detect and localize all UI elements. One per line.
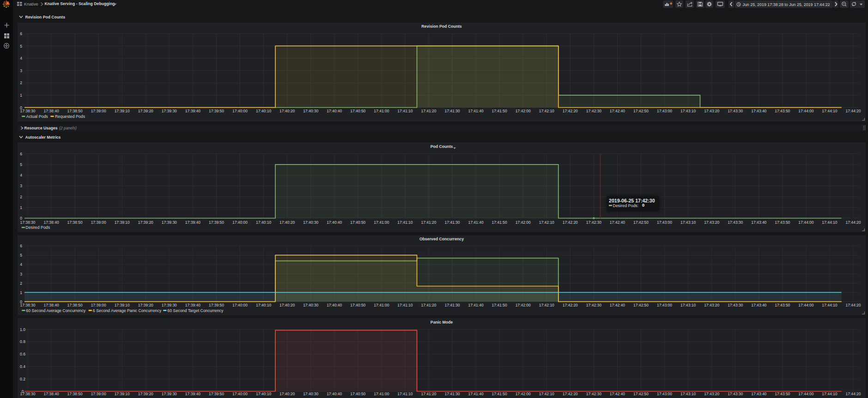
svg-text:17:43:10: 17:43:10 <box>680 303 696 307</box>
svg-text:17:41:50: 17:41:50 <box>492 109 507 113</box>
svg-text:17:40:30: 17:40:30 <box>303 109 318 113</box>
svg-text:17:41:50: 17:41:50 <box>492 303 507 307</box>
svg-text:17:39:30: 17:39:30 <box>162 220 177 225</box>
svg-text:17:41:00: 17:41:00 <box>374 303 389 307</box>
svg-text:17:40:10: 17:40:10 <box>256 303 271 307</box>
svg-text:17:41:20: 17:41:20 <box>421 220 436 225</box>
svg-text:Requested Pods: Requested Pods <box>55 114 85 119</box>
svg-text:17:39:20: 17:39:20 <box>138 109 153 113</box>
svg-text:17:44:00: 17:44:00 <box>798 303 813 307</box>
svg-text:17:39:50: 17:39:50 <box>209 109 224 113</box>
svg-text:17:38:50: 17:38:50 <box>67 303 83 307</box>
svg-text:17:42:40: 17:42:40 <box>610 109 625 113</box>
svg-text:Observed Concurrency: Observed Concurrency <box>419 237 464 241</box>
svg-text:17:43:20: 17:43:20 <box>704 220 719 225</box>
svg-text:17:40:40: 17:40:40 <box>327 220 342 225</box>
svg-text:17:43:30: 17:43:30 <box>728 109 743 113</box>
svg-text:17:39:20: 17:39:20 <box>138 392 153 396</box>
svg-text:17:44:20: 17:44:20 <box>845 109 861 113</box>
svg-text:17:41:30: 17:41:30 <box>444 220 460 225</box>
svg-text:17:41:00: 17:41:00 <box>374 109 389 113</box>
svg-text:17:40:20: 17:40:20 <box>279 303 295 307</box>
svg-text:17:41:10: 17:41:10 <box>397 303 413 307</box>
svg-text:17:44:20: 17:44:20 <box>845 303 861 307</box>
svg-text:1.0: 1.0 <box>20 327 25 332</box>
svg-text:17:38:40: 17:38:40 <box>44 392 59 396</box>
svg-text:17:39:00: 17:39:00 <box>91 303 106 307</box>
svg-text:17:42:10: 17:42:10 <box>539 220 554 225</box>
svg-text:17:38:40: 17:38:40 <box>44 220 59 225</box>
svg-text:3: 3 <box>20 68 22 73</box>
svg-text:17:42:10: 17:42:10 <box>539 109 554 113</box>
svg-text:60 Second Average Concurrency: 60 Second Average Concurrency <box>26 308 86 313</box>
svg-text:17:38:30: 17:38:30 <box>20 303 35 307</box>
svg-text:17:42:00: 17:42:00 <box>516 109 531 113</box>
svg-text:17:38:50: 17:38:50 <box>67 220 83 225</box>
svg-text:17:41:30: 17:41:30 <box>444 392 460 396</box>
svg-text:60 Second Target Concurrency: 60 Second Target Concurrency <box>167 308 224 313</box>
svg-text:4: 4 <box>20 173 22 178</box>
svg-text:17:42:40: 17:42:40 <box>610 220 625 225</box>
svg-text:17:42:50: 17:42:50 <box>633 303 649 307</box>
svg-text:17:42:20: 17:42:20 <box>563 303 578 307</box>
svg-text:17:39:30: 17:39:30 <box>162 109 177 113</box>
svg-text:17:40:50: 17:40:50 <box>350 392 365 396</box>
svg-text:17:43:30: 17:43:30 <box>728 392 743 396</box>
svg-text:17:44:10: 17:44:10 <box>822 392 837 396</box>
svg-text:17:40:50: 17:40:50 <box>350 303 365 307</box>
svg-text:17:39:20: 17:39:20 <box>138 303 153 307</box>
svg-text:17:41:10: 17:41:10 <box>397 220 413 225</box>
svg-text:1: 1 <box>20 290 22 295</box>
svg-text:Actual Pods: Actual Pods <box>26 114 49 119</box>
svg-text:6: 6 <box>20 244 22 248</box>
svg-text:17:41:40: 17:41:40 <box>468 303 484 307</box>
svg-text:2: 2 <box>20 80 22 85</box>
svg-text:17:38:30: 17:38:30 <box>20 220 35 225</box>
svg-text:17:43:00: 17:43:00 <box>657 109 672 113</box>
svg-text:2: 2 <box>20 195 22 199</box>
svg-text:17:43:20: 17:43:20 <box>704 392 719 396</box>
svg-text:4: 4 <box>20 56 22 61</box>
svg-text:17:41:00: 17:41:00 <box>374 220 389 225</box>
svg-text:17:42:10: 17:42:10 <box>539 303 554 307</box>
svg-text:17:40:00: 17:40:00 <box>232 220 248 225</box>
svg-text:17:42:50: 17:42:50 <box>633 392 649 396</box>
svg-text:17:39:00: 17:39:00 <box>91 392 106 396</box>
svg-text:17:39:10: 17:39:10 <box>115 109 130 113</box>
svg-text:17:39:00: 17:39:00 <box>91 109 106 113</box>
svg-text:17:41:50: 17:41:50 <box>492 220 507 225</box>
svg-text:17:43:10: 17:43:10 <box>680 392 696 396</box>
svg-text:17:39:30: 17:39:30 <box>162 392 177 396</box>
svg-text:17:43:10: 17:43:10 <box>680 109 696 113</box>
svg-text:17:40:50: 17:40:50 <box>350 220 365 225</box>
svg-text:17:42:30: 17:42:30 <box>586 392 601 396</box>
svg-text:17:39:10: 17:39:10 <box>115 220 130 225</box>
svg-text:1: 1 <box>20 93 22 98</box>
svg-text:17:41:40: 17:41:40 <box>468 220 484 225</box>
svg-text:17:41:40: 17:41:40 <box>468 109 484 113</box>
svg-text:17:43:40: 17:43:40 <box>751 303 766 307</box>
svg-text:17:44:10: 17:44:10 <box>822 220 837 225</box>
svg-text:17:44:00: 17:44:00 <box>798 392 813 396</box>
svg-text:17:38:50: 17:38:50 <box>67 109 83 113</box>
svg-text:17:39:50: 17:39:50 <box>209 220 224 225</box>
svg-text:17:43:50: 17:43:50 <box>775 303 790 307</box>
svg-text:17:43:50: 17:43:50 <box>775 392 790 396</box>
svg-text:17:42:00: 17:42:00 <box>516 392 531 396</box>
svg-text:17:41:10: 17:41:10 <box>397 392 413 396</box>
svg-text:17:43:50: 17:43:50 <box>775 109 790 113</box>
svg-text:5: 5 <box>20 44 22 49</box>
svg-text:6: 6 <box>20 152 22 156</box>
svg-text:17:38:40: 17:38:40 <box>44 109 59 113</box>
svg-text:17:41:40: 17:41:40 <box>468 392 484 396</box>
svg-text:17:39:40: 17:39:40 <box>185 303 200 307</box>
svg-text:17:40:00: 17:40:00 <box>232 303 248 307</box>
svg-text:17:42:30: 17:42:30 <box>586 303 601 307</box>
svg-text:17:42:00: 17:42:00 <box>516 303 531 307</box>
svg-text:4: 4 <box>20 262 22 267</box>
svg-text:17:41:20: 17:41:20 <box>421 392 436 396</box>
svg-text:17:40:10: 17:40:10 <box>256 220 271 225</box>
svg-text:17:44:00: 17:44:00 <box>798 220 813 225</box>
svg-text:17:42:50: 17:42:50 <box>633 220 649 225</box>
svg-text:17:40:30: 17:40:30 <box>303 220 318 225</box>
